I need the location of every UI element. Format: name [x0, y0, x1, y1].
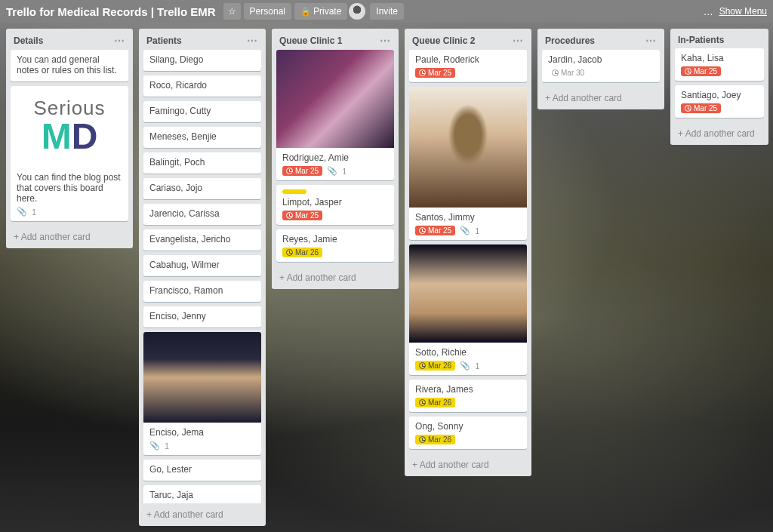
due-badge: Mar 25	[415, 226, 455, 235]
clock-icon	[419, 69, 426, 76]
clock-icon	[552, 69, 559, 76]
board-menu-dots[interactable]: …	[704, 6, 715, 17]
card[interactable]: Roco, Ricardo	[143, 75, 261, 97]
due-badge: Mar 30	[548, 68, 588, 78]
clock-icon	[286, 212, 293, 219]
add-card-button[interactable]: Add another card	[405, 454, 531, 476]
due-badge: Mar 25	[282, 166, 322, 176]
card[interactable]: Jardin, Jacob Mar 30	[542, 50, 660, 82]
card[interactable]: Famingo, Cutty	[143, 101, 261, 122]
card[interactable]: Serious MD You can find the blog post th…	[11, 86, 128, 221]
list-procedures: Procedures ⋯ Jardin, Jacob Mar 30 Add an…	[537, 29, 664, 109]
card[interactable]: Reyes, Jamie Mar 26	[276, 229, 394, 262]
label-yellow	[282, 189, 306, 194]
list-inpatients: In-Patients Kaha, Lisa Mar 25 Santiago, …	[670, 29, 768, 145]
list-queue-1: Queue Clinic 1 ⋯ Rodriguez, Amie Mar 25 …	[272, 29, 399, 289]
invite-button[interactable]: Invite	[370, 3, 404, 20]
attachment-icon: 📎	[460, 361, 470, 371]
logo-image: Serious MD	[11, 86, 128, 163]
card-cover-image	[143, 332, 261, 423]
card[interactable]: Limpot, Jasper Mar 25	[276, 185, 394, 225]
card-cover-image	[276, 50, 394, 148]
clock-icon	[419, 362, 426, 369]
card[interactable]: Rodriguez, Amie Mar 25 📎1	[276, 50, 394, 180]
card[interactable]: Enciso, Jenny	[143, 306, 261, 328]
add-card-button[interactable]: Add another card	[537, 87, 664, 109]
add-card-button[interactable]: Add another card	[670, 122, 768, 145]
list-title[interactable]: Details	[14, 35, 43, 46]
clock-icon	[419, 436, 426, 443]
card[interactable]: Ong, Sonny Mar 26	[409, 417, 527, 449]
list-menu-icon[interactable]: ⋯	[645, 35, 657, 47]
list-menu-icon[interactable]: ⋯	[380, 35, 391, 47]
card-cover-image	[409, 87, 527, 208]
card[interactable]: Paule, Roderick Mar 25	[409, 50, 527, 82]
list-menu-icon[interactable]: ⋯	[114, 35, 125, 47]
board-canvas[interactable]: Details ⋯ You can add general notes or r…	[0, 23, 773, 532]
list-title[interactable]: In-Patients	[678, 35, 724, 45]
star-button[interactable]: ☆	[223, 3, 241, 20]
attachment-icon: 📎	[327, 166, 337, 176]
card[interactable]: Jarencio, Carissa	[143, 204, 261, 225]
card[interactable]: Rivera, James Mar 26	[409, 380, 527, 412]
card[interactable]: Balingit, Poch	[143, 152, 261, 174]
card[interactable]: Santos, Jimmy Mar 25📎1	[409, 87, 527, 240]
list-menu-icon[interactable]: ⋯	[247, 35, 258, 47]
card[interactable]: Silang, Diego	[143, 50, 261, 71]
attachment-icon: 📎	[460, 226, 470, 235]
list-title[interactable]: Queue Clinic 2	[412, 35, 475, 46]
list-menu-icon[interactable]: ⋯	[513, 35, 524, 47]
card-cover-image	[409, 244, 527, 343]
card[interactable]: Taruc, Jaja	[143, 485, 261, 503]
card[interactable]: Kaha, Lisa Mar 25	[675, 48, 764, 81]
add-card-button[interactable]: Add another card	[272, 266, 399, 289]
list-title[interactable]: Queue Clinic 1	[279, 35, 342, 46]
due-badge: Mar 25	[681, 66, 721, 76]
due-badge: Mar 26	[282, 248, 322, 257]
due-badge: Mar 26	[415, 398, 455, 407]
list-queue-2: Queue Clinic 2 ⋯ Paule, Roderick Mar 25 …	[405, 29, 531, 476]
clock-icon	[419, 227, 426, 234]
member-avatar[interactable]	[349, 3, 365, 20]
card[interactable]: Meneses, Benjie	[143, 127, 261, 148]
visibility-personal[interactable]: Personal	[244, 3, 291, 20]
due-badge: Mar 26	[415, 361, 455, 371]
due-badge: Mar 26	[415, 435, 455, 444]
board-header: Trello for Medical Records | Trello EMR …	[0, 0, 773, 23]
clock-icon	[286, 249, 293, 256]
card[interactable]: Go, Lester	[143, 460, 261, 481]
list-title[interactable]: Procedures	[545, 35, 595, 46]
star-icon: ☆	[228, 6, 236, 17]
add-card-button[interactable]: Add another card	[6, 226, 133, 248]
list-details: Details ⋯ You can add general notes or r…	[6, 29, 133, 248]
card[interactable]: You can add general notes or rules on th…	[11, 50, 128, 81]
lock-icon: 🔒	[300, 7, 311, 17]
clock-icon	[685, 105, 691, 112]
card[interactable]: Santiago, Joey Mar 25	[675, 85, 764, 118]
attachment-icon: 📎	[149, 441, 160, 451]
show-menu-link[interactable]: Show Menu	[719, 6, 767, 17]
card[interactable]: Francisco, Ramon	[143, 281, 261, 302]
card[interactable]: Sotto, Richie Mar 26📎1	[409, 244, 527, 375]
list-patients: Patients ⋯ Silang, DiegoRoco, RicardoFam…	[139, 29, 266, 526]
card[interactable]: Cabahug, Wilmer	[143, 255, 261, 276]
due-badge: Mar 25	[415, 68, 455, 78]
due-badge: Mar 25	[282, 211, 322, 220]
card[interactable]: Cariaso, Jojo	[143, 178, 261, 199]
visibility-private[interactable]: 🔒Private	[294, 3, 347, 20]
clock-icon	[685, 68, 691, 75]
clock-icon	[419, 399, 426, 406]
attachment-icon: 📎	[17, 207, 27, 217]
list-title[interactable]: Patients	[146, 35, 182, 46]
clock-icon	[286, 168, 293, 174]
card[interactable]: Evangelista, Jericho	[143, 229, 261, 251]
due-badge: Mar 25	[681, 103, 721, 113]
card[interactable]: Enciso, Jema📎1	[143, 332, 261, 455]
add-card-button[interactable]: Add another card	[139, 503, 266, 526]
board-title[interactable]: Trello for Medical Records | Trello EMR	[6, 5, 216, 18]
